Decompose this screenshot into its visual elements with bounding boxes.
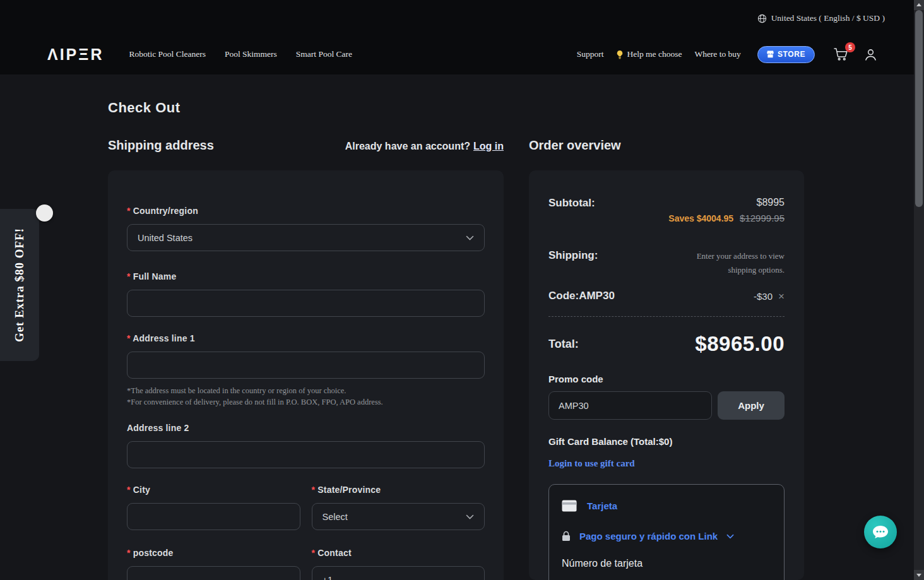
total-label: Total: [548,338,579,351]
address-note-1: *The address must be located in the coun… [127,385,485,396]
store-button-label: STORE [778,50,805,59]
credit-card-icon [562,500,577,512]
user-icon [864,48,877,61]
nav-pool-skimmers[interactable]: Pool Skimmers [225,49,277,59]
shipping-note: Enter your address to view shipping opti… [697,249,785,277]
address-line2-input[interactable] [127,441,485,468]
country-value: United States [138,233,192,243]
promo-code-input[interactable] [548,391,712,420]
shipping-row: Shipping: Enter your address to view shi… [548,249,785,277]
full-name-label: Full Name [127,271,485,281]
full-name-input[interactable] [127,290,485,317]
address-line1-label: Address line 1 [127,333,485,343]
state-label: State/Province [312,485,485,495]
chevron-down-icon [726,534,734,539]
contact-label: Contact [312,548,485,558]
storefront-icon [767,50,774,58]
page-title: Check Out [108,100,181,116]
total-value: $8965.00 [695,332,785,356]
city-input[interactable] [127,503,300,530]
promo-code-row: Code:AMP30 -$30 × [548,290,785,302]
subtotal-row: Subtotal: $8995 Saves $4004.95$12999.95 [548,197,785,224]
promo-code-heading: Promo code [548,374,785,384]
scroll-down-arrow[interactable] [914,570,924,580]
promo-entry-row: Apply [548,391,785,420]
original-price: $12999.95 [740,213,785,223]
main-nav-row: ΛIPΞR Robotic Pool Cleaners Pool Skimmer… [0,40,914,68]
order-summary: Subtotal: $8995 Saves $4004.95$12999.95 … [529,170,804,580]
scrollbar-thumb[interactable] [915,10,923,207]
address-notes: *The address must be located in the coun… [127,385,485,408]
code-discount-value: -$30 [754,291,773,302]
state-placeholder: Select [323,512,348,522]
globe-icon [757,14,767,23]
ribbon-close-button[interactable] [36,204,53,222]
account-prompt-row: Already have an account?Log in [345,141,504,152]
shipping-address-title: Shipping address [108,138,214,153]
subtotal-label: Subtotal: [548,197,595,224]
apply-button[interactable]: Apply [718,391,785,420]
postcode-label: postcode [127,548,300,558]
bulb-icon [616,50,624,59]
applied-code-label: Code:AMP30 [548,290,615,302]
postcode-input[interactable] [127,566,300,580]
city-label: City [127,485,300,495]
contact-input[interactable] [312,566,485,580]
total-row: Total: $8965.00 [548,332,785,356]
account-prompt: Already have an account? [345,141,470,151]
country-select[interactable]: United States [127,224,485,251]
gift-card-balance-label: Gift Card Balance (Total:$0) [548,436,785,447]
where-to-buy-link[interactable]: Where to buy [694,49,740,59]
subtotal-value: $8995 [668,197,785,208]
payment-method-link[interactable]: Pago seguro y rápido con Link [562,531,771,542]
main-nav: Robotic Pool Cleaners Pool Skimmers Smar… [129,49,352,59]
cart-badge: 5 [845,42,855,52]
promo-ribbon[interactable]: Get Extra $80 OFF! [0,209,39,361]
gift-card-login-link[interactable]: Login to use gift card [548,458,635,469]
order-overview-title: Order overview [529,138,621,153]
site-header: United States ( English / $ USD ) ΛIPΞR … [0,0,924,74]
card-option-label: Tarjeta [587,500,617,511]
dashed-divider [548,316,785,317]
scrollbar[interactable] [914,0,924,580]
lock-icon [562,531,571,542]
cart-button[interactable]: 5 [834,47,849,61]
chevron-down-icon [466,514,474,519]
remove-code-icon[interactable]: × [778,291,785,302]
shipping-note-line2: shipping options. [697,263,785,277]
chat-button[interactable] [864,516,897,548]
card-number-label: Número de tarjeta [562,558,771,569]
support-link[interactable]: Support [577,49,604,59]
payment-method-card[interactable]: Tarjeta [562,500,771,512]
shipping-note-line1: Enter your address to view [697,249,785,263]
payment-widget: Tarjeta Pago seguro y rápido con Link Nú… [548,484,785,580]
country-label: Country/region [127,206,485,216]
chat-bubble-icon [872,524,889,540]
help-me-choose-label: Help me choose [627,49,682,59]
address-line1-input[interactable] [127,352,485,379]
promo-ribbon-label: Get Extra $80 OFF! [13,228,27,342]
account-button[interactable] [864,48,877,61]
address-note-2: *For convenience of delivery, please do … [127,396,485,408]
scroll-up-arrow[interactable] [914,0,924,10]
login-link[interactable]: Log in [473,141,504,151]
address-line2-label: Address line 2 [127,423,485,433]
store-button[interactable]: STORE [757,46,815,63]
link-option-label: Pago seguro y rápido con Link [579,531,718,542]
state-select[interactable]: Select [312,503,485,530]
nav-robotic-pool-cleaners[interactable]: Robotic Pool Cleaners [129,49,206,59]
nav-smart-pool-care[interactable]: Smart Pool Care [296,49,352,59]
shipping-form: Country/region United States Full Name A… [108,170,504,580]
shipping-header: Shipping address Already have an account… [108,138,504,153]
shipping-label: Shipping: [548,249,598,277]
savings-amount: Saves $4004.95 [668,213,733,223]
chevron-down-icon [466,235,474,240]
locale-selector[interactable]: United States ( English / $ USD ) [757,13,885,23]
locale-label: United States ( English / $ USD ) [771,13,885,23]
brand-logo[interactable]: ΛIPΞR [47,45,104,64]
help-me-choose-link[interactable]: Help me choose [616,49,682,59]
